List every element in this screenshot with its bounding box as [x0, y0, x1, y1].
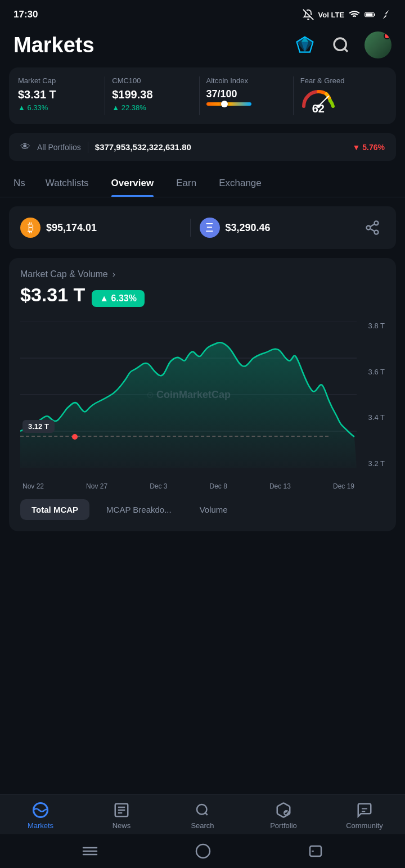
android-home-button[interactable] — [195, 843, 211, 859]
news-nav-icon — [112, 801, 130, 819]
chart-x-labels: Nov 22 Nov 27 Dec 3 Dec 8 Dec 13 Dec 19 — [20, 482, 357, 490]
stat-cmc100[interactable]: CMC100 $199.38 ▲ 22.38% — [105, 76, 199, 115]
svg-line-18 — [370, 224, 375, 227]
wifi-icon — [349, 9, 360, 20]
svg-point-14 — [375, 221, 379, 225]
nav-tabs: Ns Watchlists Overview Earn Exchange — [0, 170, 405, 197]
tab-exchange[interactable]: Exchange — [208, 170, 273, 197]
nav-news[interactable]: News — [81, 799, 162, 832]
chart-tab-total-mcap[interactable]: Total MCAP — [20, 499, 89, 520]
fear-greed-label: Fear & Greed — [300, 76, 380, 85]
svg-rect-3 — [366, 13, 373, 16]
status-time: 17:30 — [14, 9, 38, 20]
stat-fear-greed[interactable]: Fear & Greed 62 — [294, 76, 387, 115]
nav-search[interactable]: Search — [162, 799, 243, 832]
markets-nav-label: Markets — [28, 821, 53, 830]
news-nav-label: News — [112, 821, 131, 830]
chart-container: 3.8 T 3.6 T 3.4 T 3.2 T — [20, 322, 385, 490]
svg-point-16 — [375, 230, 379, 234]
chart-start-dot — [72, 434, 78, 440]
market-cap-label: Market Cap — [18, 76, 98, 85]
cmc100-label: CMC100 — [112, 76, 192, 85]
status-bar: 17:30 Vol LTE — [0, 0, 405, 27]
chart-tabs: Total MCAP MCAP Breakdo... Volume — [20, 499, 385, 520]
community-nav-label: Community — [346, 821, 383, 830]
tab-watchlists[interactable]: Watchlists — [34, 170, 100, 197]
chart-header[interactable]: Market Cap & Volume › — [20, 269, 385, 279]
markets-nav-icon — [32, 801, 50, 819]
battery-icon — [364, 9, 376, 20]
y-label-2: 3.6 T — [368, 368, 385, 376]
gem-button[interactable] — [292, 33, 317, 57]
svg-rect-4 — [374, 13, 375, 16]
chart-tab-mcap-breakdown[interactable]: MCAP Breakdo... — [95, 499, 183, 520]
cmc100-value: $199.38 — [112, 88, 192, 101]
btc-price-item[interactable]: ₿ $95,174.01 — [20, 218, 181, 238]
share-button[interactable] — [360, 215, 385, 240]
tab-overview[interactable]: Overview — [100, 170, 165, 197]
altcoin-label: Altcoin Index — [206, 76, 286, 85]
x-label-6: Dec 19 — [333, 482, 354, 490]
nav-community[interactable]: Community — [324, 799, 405, 832]
chart-title: Market Cap & Volume — [20, 269, 108, 279]
community-nav-icon — [356, 801, 374, 819]
page-header: Markets — [0, 27, 405, 67]
cmc100-change: ▲ 22.38% — [112, 103, 192, 112]
btc-icon: ₿ — [20, 218, 40, 238]
gem-icon — [295, 35, 315, 55]
chart-tab-volume[interactable]: Volume — [188, 499, 239, 520]
price-bar: ₿ $95,174.01 Ξ $3,290.46 — [9, 206, 396, 249]
eth-price-item[interactable]: Ξ $3,290.46 — [200, 218, 361, 238]
search-header-button[interactable] — [328, 33, 353, 57]
svg-line-17 — [370, 229, 375, 232]
tab-earn[interactable]: Earn — [165, 170, 208, 197]
eth-icon: Ξ — [200, 218, 220, 238]
tab-ns[interactable]: Ns — [4, 170, 34, 197]
x-label-4: Dec 8 — [210, 482, 227, 490]
bell-muted-icon — [303, 9, 314, 20]
bottom-nav: Markets News Search — [0, 794, 405, 834]
search-nav-label: Search — [191, 821, 214, 830]
svg-line-11 — [344, 48, 348, 52]
nav-portfolio[interactable]: Portfolio — [243, 799, 324, 832]
svg-marker-5 — [383, 10, 389, 19]
page-title: Markets — [14, 33, 94, 57]
chart-y-labels: 3.8 T 3.6 T 3.4 T 3.2 T — [360, 322, 385, 468]
market-cap-change: ▲ 6.33% — [18, 103, 98, 112]
market-stats-container: Market Cap $3.31 T ▲ 6.33% CMC100 $199.3… — [9, 67, 396, 124]
portfolio-eye-icon: 👁 — [20, 141, 30, 153]
y-label-4: 3.2 T — [368, 459, 385, 468]
portfolio-divider — [88, 142, 88, 153]
chart-svg-wrapper: ⊙ CoinMarketCap 3.12 T — [20, 322, 357, 468]
btc-price: $95,174.01 — [46, 222, 97, 234]
avatar-notification-dot — [384, 33, 390, 39]
android-back-button[interactable] — [308, 844, 323, 858]
search-nav-icon — [194, 801, 212, 819]
stat-market-cap[interactable]: Market Cap $3.31 T ▲ 6.33% — [18, 76, 105, 115]
y-label-1: 3.8 T — [368, 322, 385, 330]
android-menu-button[interactable] — [82, 846, 98, 857]
header-icons — [292, 31, 392, 58]
chart-change-badge: ▲ 6.33% — [92, 290, 145, 307]
stat-altcoin[interactable]: Altcoin Index 37/100 — [200, 76, 294, 115]
avatar[interactable] — [364, 31, 392, 58]
eth-price: $3,290.46 — [226, 222, 271, 234]
portfolio-nav-label: Portfolio — [270, 821, 297, 830]
svg-point-15 — [367, 226, 371, 230]
x-label-1: Nov 22 — [22, 482, 44, 490]
portfolio-nav-icon — [274, 801, 292, 819]
chart-start-label: 3.12 T — [22, 420, 55, 433]
nav-markets[interactable]: Markets — [0, 799, 81, 832]
portfolio-bar[interactable]: 👁 All Portfolios $377,953,532,322,631.80… — [9, 133, 396, 161]
lte-icon: Vol LTE — [318, 11, 344, 19]
status-icons: Vol LTE — [303, 9, 392, 20]
x-label-3: Dec 3 — [150, 482, 167, 490]
chart-reference-line — [20, 436, 328, 437]
android-nav-bar — [0, 834, 405, 868]
x-label-2: Nov 27 — [86, 482, 107, 490]
share-icon — [364, 220, 380, 236]
svg-point-34 — [196, 844, 210, 858]
fear-greed-value: 62 — [312, 102, 325, 115]
portfolio-change: ▼ 5.76% — [353, 143, 385, 152]
charging-icon — [380, 9, 392, 20]
